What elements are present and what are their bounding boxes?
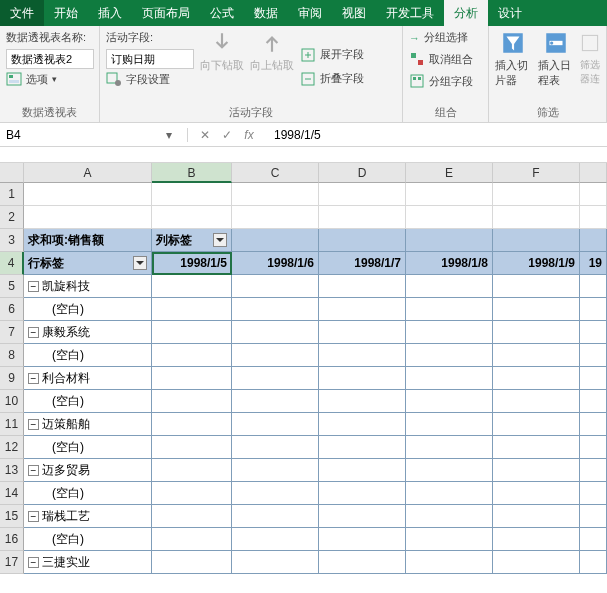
cell-B16[interactable] <box>152 528 232 551</box>
cell-F5[interactable] <box>493 275 580 298</box>
cell-A5[interactable]: −凯旋科技 <box>24 275 152 298</box>
cell-D12[interactable] <box>319 436 406 459</box>
cell-A7[interactable]: −康毅系统 <box>24 321 152 344</box>
options-button[interactable]: 选项 ▾ <box>6 71 94 87</box>
cell-A6[interactable]: (空白) <box>24 298 152 321</box>
cell-C3[interactable] <box>232 229 319 252</box>
field-settings-button[interactable]: 字段设置 <box>106 71 194 87</box>
cell-F7[interactable] <box>493 321 580 344</box>
cell-A3[interactable]: 求和项:销售额 <box>24 229 152 252</box>
cell-F11[interactable] <box>493 413 580 436</box>
select-all-corner[interactable] <box>0 163 24 183</box>
cell-B12[interactable] <box>152 436 232 459</box>
collapse-toggle[interactable]: − <box>28 373 39 384</box>
cell-B7[interactable] <box>152 321 232 344</box>
cell-17[interactable] <box>580 551 607 574</box>
cell-B17[interactable] <box>152 551 232 574</box>
cell-E15[interactable] <box>406 505 493 528</box>
row-header-9[interactable]: 9 <box>0 367 24 390</box>
col-header-F[interactable]: F <box>493 163 580 183</box>
cell-C2[interactable] <box>232 206 319 229</box>
tab-视图[interactable]: 视图 <box>332 0 376 26</box>
cell-9[interactable] <box>580 367 607 390</box>
cell-A17[interactable]: −三捷实业 <box>24 551 152 574</box>
cell-B8[interactable] <box>152 344 232 367</box>
name-box-input[interactable] <box>0 128 160 142</box>
cell-B4[interactable]: 1998/1/5 <box>152 252 232 275</box>
col-header-B[interactable]: B <box>152 163 232 183</box>
cell-15[interactable] <box>580 505 607 528</box>
cell-E9[interactable] <box>406 367 493 390</box>
collapse-toggle[interactable]: − <box>28 465 39 476</box>
row-header-10[interactable]: 10 <box>0 390 24 413</box>
cell-D7[interactable] <box>319 321 406 344</box>
cell-D13[interactable] <box>319 459 406 482</box>
tab-页面布局[interactable]: 页面布局 <box>132 0 200 26</box>
row-header-6[interactable]: 6 <box>0 298 24 321</box>
cell-A14[interactable]: (空白) <box>24 482 152 505</box>
row-header-15[interactable]: 15 <box>0 505 24 528</box>
cell-D5[interactable] <box>319 275 406 298</box>
col-labels-dropdown[interactable] <box>213 233 227 247</box>
filter-conn-button[interactable]: 筛选器连 <box>580 30 600 103</box>
collapse-toggle[interactable]: − <box>28 327 39 338</box>
cell-D9[interactable] <box>319 367 406 390</box>
cell-C13[interactable] <box>232 459 319 482</box>
fx-icon[interactable]: fx <box>240 128 258 142</box>
cell-A2[interactable] <box>24 206 152 229</box>
group-select-button[interactable]: →分组选择 <box>409 30 473 45</box>
tab-文件[interactable]: 文件 <box>0 0 44 26</box>
cell-F13[interactable] <box>493 459 580 482</box>
cell-F4[interactable]: 1998/1/9 <box>493 252 580 275</box>
cell-E13[interactable] <box>406 459 493 482</box>
drill-up-button[interactable]: 向上钻取 <box>250 30 294 103</box>
tab-分析[interactable]: 分析 <box>444 0 488 26</box>
tab-开始[interactable]: 开始 <box>44 0 88 26</box>
cell-F8[interactable] <box>493 344 580 367</box>
cell-5[interactable] <box>580 275 607 298</box>
cell-B13[interactable] <box>152 459 232 482</box>
collapse-toggle[interactable]: − <box>28 281 39 292</box>
cell-C15[interactable] <box>232 505 319 528</box>
cell-D10[interactable] <box>319 390 406 413</box>
name-box-dropdown[interactable]: ▾ <box>160 128 178 142</box>
row-header-8[interactable]: 8 <box>0 344 24 367</box>
collapse-toggle[interactable]: − <box>28 557 39 568</box>
cell-F16[interactable] <box>493 528 580 551</box>
row-header-3[interactable]: 3 <box>0 229 24 252</box>
formula-input[interactable]: 1998/1/5 <box>266 128 607 142</box>
drill-down-button[interactable]: 向下钻取 <box>200 30 244 103</box>
cell-C1[interactable] <box>232 183 319 206</box>
cell-D15[interactable] <box>319 505 406 528</box>
cancel-icon[interactable]: ✕ <box>196 128 214 142</box>
collapse-toggle[interactable]: − <box>28 511 39 522</box>
collapse-field-button[interactable]: 折叠字段 <box>300 71 364 87</box>
tab-插入[interactable]: 插入 <box>88 0 132 26</box>
cell-B6[interactable] <box>152 298 232 321</box>
cell-A16[interactable]: (空白) <box>24 528 152 551</box>
cell-C10[interactable] <box>232 390 319 413</box>
cell-16[interactable] <box>580 528 607 551</box>
cell-E3[interactable] <box>406 229 493 252</box>
insert-timeline-button[interactable]: 插入日程表 <box>538 30 575 103</box>
cell-A15[interactable]: −瑞栈工艺 <box>24 505 152 528</box>
cell-F15[interactable] <box>493 505 580 528</box>
cell-D3[interactable] <box>319 229 406 252</box>
tab-审阅[interactable]: 审阅 <box>288 0 332 26</box>
col-header-C[interactable]: C <box>232 163 319 183</box>
cell-3[interactable] <box>580 229 607 252</box>
cell-E14[interactable] <box>406 482 493 505</box>
cell-C9[interactable] <box>232 367 319 390</box>
row-header-14[interactable]: 14 <box>0 482 24 505</box>
cell-C6[interactable] <box>232 298 319 321</box>
cell-A10[interactable]: (空白) <box>24 390 152 413</box>
cell-B3[interactable]: 列标签 <box>152 229 232 252</box>
pivot-name-input[interactable] <box>6 49 94 69</box>
cell-F6[interactable] <box>493 298 580 321</box>
cell-C4[interactable]: 1998/1/6 <box>232 252 319 275</box>
row-labels-dropdown[interactable] <box>133 256 147 270</box>
cell-4[interactable]: 19 <box>580 252 607 275</box>
cell-F1[interactable] <box>493 183 580 206</box>
cell-E10[interactable] <box>406 390 493 413</box>
cell-6[interactable] <box>580 298 607 321</box>
